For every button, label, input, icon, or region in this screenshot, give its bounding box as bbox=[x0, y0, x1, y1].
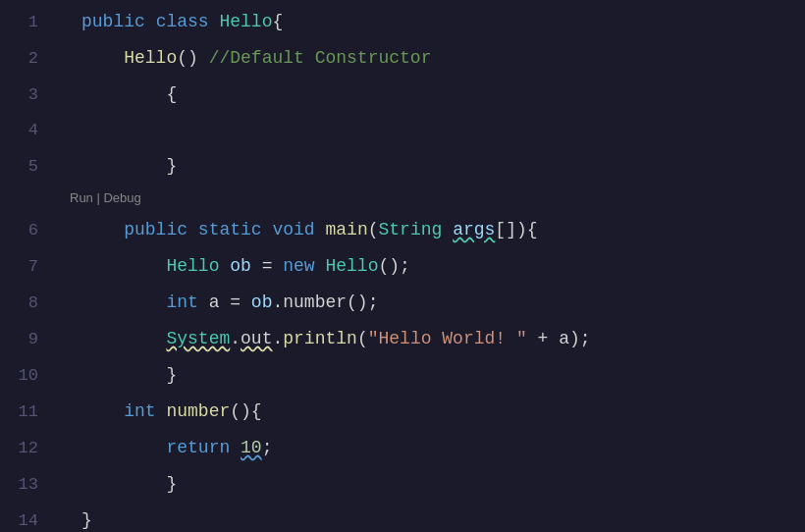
indent-2 bbox=[81, 48, 124, 68]
line-number-14: 14 bbox=[0, 504, 54, 532]
code-line-2: 2 Hello() //Default Constructor bbox=[0, 40, 805, 77]
code-content-5: } bbox=[66, 148, 177, 184]
code-line-5: 5 } bbox=[0, 148, 805, 185]
line-number-3: 3 bbox=[0, 78, 54, 113]
code-line-8: 8 int a = ob.number(); bbox=[0, 285, 805, 321]
line-number-8: 8 bbox=[0, 286, 54, 321]
code-content-13: } bbox=[66, 466, 177, 502]
semicolon-7: (); bbox=[378, 256, 409, 276]
line-number-6: 6 bbox=[0, 213, 54, 248]
line-number-5: 5 bbox=[0, 149, 54, 185]
code-line-10: 10 } bbox=[0, 357, 805, 394]
code-content-2: Hello() //Default Constructor bbox=[66, 40, 431, 76]
keyword-class: class bbox=[156, 12, 220, 31]
line-number-9: 9 bbox=[0, 322, 54, 357]
var-ob: ob bbox=[230, 256, 251, 276]
run-debug-line[interactable]: Run | Debug bbox=[0, 185, 805, 212]
keyword-int-8: int bbox=[166, 293, 197, 312]
code-line-11: 11 int number(){ bbox=[0, 394, 805, 430]
code-line-12: 12 return 10; bbox=[0, 430, 805, 466]
indent-12 bbox=[81, 438, 166, 457]
brace-close-5: } bbox=[81, 156, 177, 176]
brace-open: { bbox=[272, 12, 283, 31]
line-number-4: 4 bbox=[0, 113, 54, 148]
indent-9 bbox=[81, 329, 166, 348]
code-area: 1 public class Hello{ 2 Hello() //Defaul… bbox=[0, 0, 805, 532]
code-content-12: return 10; bbox=[66, 430, 272, 465]
indent-7 bbox=[81, 256, 166, 276]
concat-a: + a); bbox=[527, 329, 591, 348]
dot-number: .number(); bbox=[272, 293, 378, 312]
code-content-6: public static void main(String args[]){ bbox=[66, 212, 538, 247]
code-line-14: 14 } bbox=[0, 503, 805, 532]
keyword-public: public bbox=[81, 12, 156, 31]
code-line-7: 7 Hello ob = new Hello(); bbox=[0, 248, 805, 285]
line-number-11: 11 bbox=[0, 395, 54, 430]
code-content-7: Hello ob = new Hello(); bbox=[66, 248, 410, 284]
array-brackets: [] bbox=[495, 220, 516, 239]
code-content-14: } bbox=[66, 503, 92, 532]
code-line-1: 1 public class Hello{ bbox=[0, 4, 805, 40]
keyword-new: new bbox=[283, 256, 325, 276]
code-line-6: 6 public static void main(String args[])… bbox=[0, 212, 805, 248]
method-println: println bbox=[283, 329, 357, 348]
param-args: args bbox=[453, 220, 495, 239]
brace-close-14: } bbox=[81, 510, 92, 530]
paren-close-6: ){ bbox=[516, 220, 538, 239]
parens-2: () bbox=[177, 48, 208, 68]
keyword-return: return bbox=[166, 438, 241, 457]
brace-close-13: } bbox=[81, 474, 177, 494]
code-content-11: int number(){ bbox=[66, 394, 262, 429]
code-content-9: System.out.println("Hello World! " + a); bbox=[66, 321, 591, 356]
brace-open-3: { bbox=[81, 84, 177, 104]
number-10: 10 bbox=[241, 438, 262, 457]
code-content-1: public class Hello{ bbox=[66, 4, 283, 39]
line-number-1: 1 bbox=[0, 5, 54, 40]
code-content-10: } bbox=[66, 357, 177, 393]
brace-open-11: (){ bbox=[230, 401, 261, 421]
class-system: System bbox=[166, 329, 230, 348]
paren-open-9: ( bbox=[357, 329, 368, 348]
line-number-12: 12 bbox=[0, 431, 54, 466]
code-content-3: { bbox=[66, 77, 177, 112]
class-hello-7: Hello bbox=[166, 256, 230, 276]
keyword-public-6: public bbox=[124, 220, 198, 239]
indent-8 bbox=[81, 293, 166, 312]
method-main: main bbox=[325, 220, 367, 239]
dot-println: . bbox=[272, 329, 283, 348]
field-out: out bbox=[241, 329, 272, 348]
line-number-2: 2 bbox=[0, 41, 54, 77]
comment-2: //Default Constructor bbox=[209, 48, 432, 68]
paren-open-6: ( bbox=[368, 220, 379, 239]
assign-7: = bbox=[251, 256, 283, 276]
code-line-13: 13 } bbox=[0, 466, 805, 503]
line-number-10: 10 bbox=[0, 358, 54, 394]
class-hello: Hello bbox=[219, 12, 272, 31]
keyword-void: void bbox=[272, 220, 325, 239]
code-line-4: 4 bbox=[0, 113, 805, 148]
brace-close-10: } bbox=[81, 365, 177, 385]
indent-11 bbox=[81, 401, 124, 421]
keyword-int-11: int bbox=[124, 401, 166, 421]
string-hello-world: "Hello World! " bbox=[368, 329, 527, 348]
var-a: a = bbox=[198, 293, 251, 312]
run-debug-text[interactable]: Run | Debug bbox=[70, 185, 141, 212]
line-number-13: 13 bbox=[0, 467, 54, 503]
var-ob-8: ob bbox=[251, 293, 273, 312]
code-line-9: 9 System.out.println("Hello World! " + a… bbox=[0, 321, 805, 357]
method-number: number bbox=[166, 401, 230, 421]
code-line-3: 3 { bbox=[0, 77, 805, 113]
method-hello-constructor: Hello bbox=[124, 48, 177, 68]
class-hello-new: Hello bbox=[325, 256, 378, 276]
line-number-7: 7 bbox=[0, 249, 54, 285]
semicolon-12: ; bbox=[262, 438, 273, 457]
code-editor: 1 public class Hello{ 2 Hello() //Defaul… bbox=[0, 0, 805, 532]
dot-out: . bbox=[230, 329, 241, 348]
type-string: String bbox=[379, 220, 454, 239]
code-content-8: int a = ob.number(); bbox=[66, 285, 378, 320]
indent-6 bbox=[81, 220, 124, 239]
keyword-static: static bbox=[198, 220, 273, 239]
